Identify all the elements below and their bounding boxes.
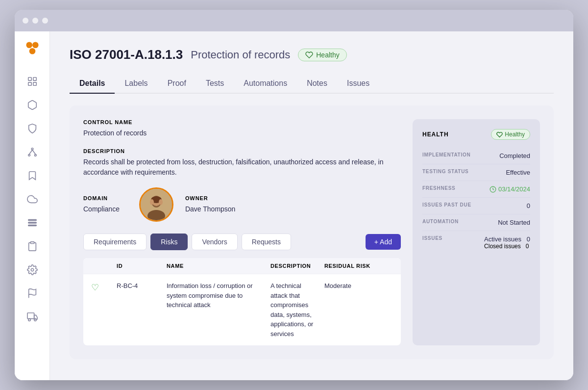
owner-section: OWNER Dave Thompson bbox=[185, 195, 235, 214]
subtab-risks[interactable]: Risks bbox=[150, 234, 188, 250]
svg-rect-4 bbox=[33, 78, 36, 80]
svg-point-0 bbox=[26, 42, 32, 48]
subtabs-row: Requirements Risks Vendors Requests + Ad… bbox=[83, 234, 401, 250]
svg-rect-3 bbox=[28, 78, 31, 80]
metric-freshness: FRESHNESS 03/14/2024 bbox=[422, 181, 530, 198]
app-body: ISO 27001-A.18.1.3 Protection of records… bbox=[15, 31, 573, 380]
domain-section: DOMAIN Compliance bbox=[83, 195, 120, 214]
svg-rect-6 bbox=[33, 82, 36, 85]
tab-details[interactable]: Details bbox=[70, 74, 115, 94]
svg-point-1 bbox=[32, 42, 39, 48]
window-dot-1 bbox=[23, 18, 28, 24]
owner-value: Dave Thompson bbox=[185, 204, 235, 214]
sidebar-item-dashboard[interactable] bbox=[22, 71, 43, 92]
th-description: DESCRIPTION bbox=[270, 263, 318, 269]
sidebar-item-bookmark[interactable] bbox=[22, 165, 43, 186]
metric-issues-past-due: ISSUES PAST DUE 0 bbox=[422, 198, 530, 214]
sidebar-item-package[interactable] bbox=[22, 94, 43, 116]
control-name-value: Protection of records bbox=[83, 128, 401, 138]
app-window: ISO 27001-A.18.1.3 Protection of records… bbox=[15, 10, 573, 380]
risks-table: ID NAME DESCRIPTION RESIDUAL RISK ♡ R-BC… bbox=[83, 258, 401, 345]
svg-point-27 bbox=[159, 199, 163, 205]
svg-rect-18 bbox=[27, 313, 34, 319]
svg-rect-13 bbox=[28, 222, 36, 223]
main-content: ISO 27001-A.18.1.3 Protection of records… bbox=[50, 31, 573, 380]
svg-point-9 bbox=[34, 155, 36, 156]
metric-implementation: IMPLEMENTATION Completed bbox=[422, 148, 530, 164]
right-panel: HEALTH Healthy IMPLEMENTATION Completed bbox=[413, 119, 540, 345]
metric-automation: AUTOMATION Not Started bbox=[422, 214, 530, 231]
health-panel-header: HEALTH Healthy bbox=[422, 129, 530, 140]
svg-point-26 bbox=[150, 199, 154, 205]
sidebar-logo[interactable] bbox=[24, 39, 41, 59]
row-description: A technical attack that compromises data… bbox=[270, 281, 318, 338]
health-label-header: Healthy bbox=[316, 51, 339, 59]
sidebar-item-flag[interactable] bbox=[22, 283, 43, 304]
row-residual-risk: Moderate bbox=[324, 281, 393, 291]
sidebar-item-cloud[interactable] bbox=[22, 188, 43, 210]
subtab-requests[interactable]: Requests bbox=[242, 234, 291, 250]
sidebar bbox=[15, 31, 50, 380]
sidebar-item-settings[interactable] bbox=[22, 259, 43, 281]
tab-tests[interactable]: Tests bbox=[196, 74, 234, 94]
table-header: ID NAME DESCRIPTION RESIDUAL RISK bbox=[83, 258, 401, 274]
svg-rect-14 bbox=[28, 225, 36, 226]
description-value: Records shall be protected from loss, de… bbox=[83, 157, 401, 178]
sidebar-item-truck[interactable] bbox=[22, 306, 43, 328]
control-name-label: CONTROL NAME bbox=[83, 119, 401, 125]
page-header: ISO 27001-A.18.1.3 Protection of records… bbox=[70, 47, 554, 62]
health-badge-panel: Healthy bbox=[491, 129, 530, 140]
svg-point-19 bbox=[28, 319, 30, 321]
subtab-requirements[interactable]: Requirements bbox=[83, 234, 147, 250]
th-residual-risk: RESIDUAL RISK bbox=[324, 263, 393, 269]
tab-proof[interactable]: Proof bbox=[158, 74, 196, 94]
metric-testing: TESTING STATUS Effective bbox=[422, 164, 530, 181]
tab-issues[interactable]: Issues bbox=[337, 74, 379, 94]
th-heart bbox=[91, 263, 111, 269]
titlebar bbox=[15, 10, 573, 31]
page-title-name: Protection of records bbox=[191, 49, 290, 61]
add-button[interactable]: + Add bbox=[366, 234, 401, 250]
avatar bbox=[139, 187, 173, 222]
metric-issues-past-due-label: ISSUES PAST DUE bbox=[422, 202, 471, 208]
tab-notes[interactable]: Notes bbox=[297, 74, 337, 94]
metric-implementation-label: IMPLEMENTATION bbox=[422, 152, 470, 157]
owner-label: OWNER bbox=[185, 195, 235, 201]
metric-testing-label: TESTING STATUS bbox=[422, 169, 468, 174]
description-label: DESCRIPTION bbox=[83, 148, 401, 154]
sidebar-item-list[interactable] bbox=[22, 212, 43, 234]
svg-rect-5 bbox=[28, 82, 31, 85]
left-panel: CONTROL NAME Protection of records DESCR… bbox=[83, 119, 401, 345]
metric-issues-past-due-value: 0 bbox=[527, 202, 530, 209]
sidebar-item-clipboard[interactable] bbox=[22, 235, 43, 257]
th-id: ID bbox=[117, 263, 161, 269]
metric-issues-label: ISSUES bbox=[422, 235, 442, 241]
row-heart-icon: ♡ bbox=[91, 281, 111, 294]
sidebar-item-network[interactable] bbox=[22, 141, 43, 163]
content-area: CONTROL NAME Protection of records DESCR… bbox=[70, 105, 554, 359]
freshness-date: 03/14/2024 bbox=[498, 185, 530, 193]
closed-issues: Closed issues 0 bbox=[484, 243, 530, 250]
svg-point-7 bbox=[31, 148, 33, 150]
metric-automation-value: Not Started bbox=[498, 219, 530, 226]
table-row[interactable]: ♡ R-BC-4 Information loss / corruption o… bbox=[83, 274, 401, 345]
domain-owner-row: DOMAIN Compliance bbox=[83, 187, 401, 222]
tab-labels[interactable]: Labels bbox=[115, 74, 157, 94]
health-panel-title: HEALTH bbox=[422, 131, 449, 138]
page-title-code: ISO 27001-A.18.1.3 bbox=[70, 47, 183, 62]
svg-point-20 bbox=[34, 319, 36, 321]
svg-rect-15 bbox=[30, 242, 34, 244]
tabs: Details Labels Proof Tests Automations N… bbox=[70, 74, 554, 94]
svg-line-11 bbox=[32, 150, 35, 154]
tab-automations[interactable]: Automations bbox=[234, 74, 297, 94]
domain-label: DOMAIN bbox=[83, 195, 120, 201]
subtab-vendors[interactable]: Vendors bbox=[192, 234, 237, 250]
svg-point-2 bbox=[29, 48, 35, 54]
health-badge-panel-label: Healthy bbox=[505, 131, 525, 138]
sidebar-item-shield[interactable] bbox=[22, 118, 43, 139]
svg-point-8 bbox=[28, 155, 30, 156]
row-name: Information loss / corruption or system … bbox=[167, 281, 265, 310]
svg-point-16 bbox=[31, 268, 34, 271]
active-issues: Active issues 0 bbox=[484, 235, 530, 243]
avatar-image bbox=[141, 189, 172, 220]
